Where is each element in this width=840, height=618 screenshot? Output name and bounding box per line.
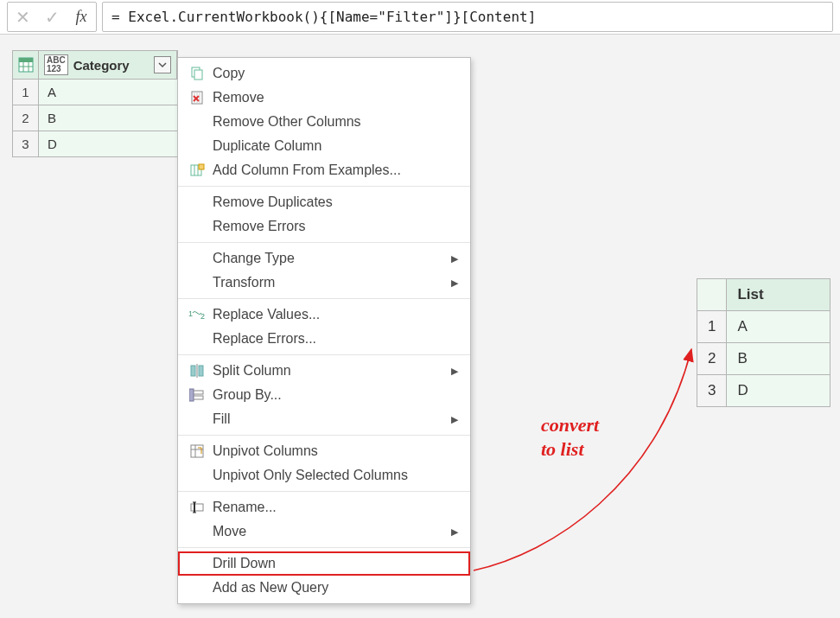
svg-rect-22 bbox=[189, 389, 194, 401]
menu-item-label: Add as New Query bbox=[209, 580, 461, 596]
table-row[interactable]: 2 B bbox=[697, 343, 830, 375]
svg-rect-14 bbox=[199, 164, 204, 169]
replace-icon: 12 bbox=[185, 309, 209, 321]
menu-item-label: Replace Errors... bbox=[209, 331, 461, 347]
list-corner bbox=[697, 279, 727, 311]
menu-item-transform[interactable]: Transform▶ bbox=[178, 271, 470, 295]
menu-item-add-as-new-query[interactable]: Add as New Query bbox=[178, 576, 470, 600]
table-row[interactable]: 1 A bbox=[13, 80, 178, 105]
svg-rect-6 bbox=[194, 70, 202, 80]
menu-separator bbox=[178, 186, 470, 187]
menu-separator bbox=[178, 435, 470, 436]
menu-item-label: Move bbox=[209, 524, 451, 539]
row-number: 3 bbox=[697, 375, 727, 407]
submenu-arrow-icon: ▶ bbox=[451, 366, 458, 377]
row-number: 2 bbox=[13, 105, 39, 131]
row-number: 1 bbox=[13, 80, 39, 105]
annotation-text: convert to list bbox=[541, 413, 599, 461]
menu-item-unpivot-columns[interactable]: Unpivot Columns bbox=[178, 439, 470, 463]
menu-item-move[interactable]: Move▶ bbox=[178, 519, 470, 544]
cell-value[interactable]: D bbox=[727, 375, 830, 407]
data-table: ABC 123 Category 1 A2 B3 D bbox=[12, 50, 178, 157]
menu-item-label: Remove Errors bbox=[209, 219, 461, 234]
cell-value[interactable]: D bbox=[39, 131, 178, 157]
formula-bar: ✕ ✓ fx = Excel.CurrentWorkbook(){[Name="… bbox=[0, 0, 840, 35]
formula-text: = Excel.CurrentWorkbook(){[Name="Filter"… bbox=[111, 9, 536, 25]
copy-icon bbox=[185, 66, 209, 81]
menu-item-label: Fill bbox=[209, 411, 451, 427]
svg-text:2: 2 bbox=[200, 312, 205, 321]
menu-item-drill-down[interactable]: Drill Down bbox=[178, 551, 470, 576]
menu-item-replace-values[interactable]: 12Replace Values... bbox=[178, 303, 470, 327]
annotation-line-1: convert bbox=[541, 413, 599, 437]
menu-separator bbox=[178, 242, 470, 243]
context-menu: CopyRemoveRemove Other ColumnsDuplicate … bbox=[177, 57, 471, 604]
formula-input[interactable]: = Excel.CurrentWorkbook(){[Name="Filter"… bbox=[102, 2, 833, 32]
confirm-formula-icon[interactable]: ✓ bbox=[42, 3, 61, 31]
menu-item-label: Unpivot Columns bbox=[209, 443, 461, 459]
menu-item-change-type[interactable]: Change Type▶ bbox=[178, 246, 470, 271]
menu-item-copy[interactable]: Copy bbox=[178, 61, 470, 86]
cancel-formula-icon[interactable]: ✕ bbox=[13, 3, 32, 31]
svg-rect-26 bbox=[191, 504, 203, 511]
split-icon bbox=[185, 363, 209, 379]
menu-item-label: Copy bbox=[209, 66, 461, 81]
submenu-arrow-icon: ▶ bbox=[451, 253, 458, 264]
menu-item-label: Change Type bbox=[209, 251, 451, 266]
annotation-line-2: to list bbox=[541, 437, 599, 462]
menu-separator bbox=[178, 298, 470, 299]
submenu-arrow-icon: ▶ bbox=[451, 277, 458, 289]
table-row[interactable]: 1 A bbox=[697, 311, 830, 343]
rename-icon bbox=[185, 500, 209, 515]
table-row[interactable]: 2 B bbox=[13, 105, 178, 131]
column-filter-button[interactable] bbox=[154, 56, 171, 73]
menu-separator bbox=[178, 354, 470, 355]
svg-rect-1 bbox=[19, 58, 33, 62]
row-number: 2 bbox=[697, 343, 727, 375]
menu-item-duplicate-column[interactable]: Duplicate Column bbox=[178, 134, 470, 158]
menu-item-split-column[interactable]: Split Column▶ bbox=[178, 359, 470, 383]
menu-item-unpivot-only-selected-columns[interactable]: Unpivot Only Selected Columns bbox=[178, 463, 470, 487]
menu-item-label: Transform bbox=[209, 275, 451, 290]
menu-item-add-column-from-examples[interactable]: Add Column From Examples... bbox=[178, 158, 470, 182]
submenu-arrow-icon: ▶ bbox=[451, 414, 458, 425]
svg-rect-17 bbox=[191, 366, 195, 376]
menu-item-group-by[interactable]: Group By... bbox=[178, 383, 470, 407]
menu-separator bbox=[178, 547, 470, 548]
column-header[interactable]: ABC 123 Category bbox=[39, 51, 178, 80]
list-header: List bbox=[727, 279, 830, 311]
column-header-label: Category bbox=[73, 58, 130, 73]
cell-value[interactable]: A bbox=[39, 80, 178, 105]
menu-item-remove[interactable]: Remove bbox=[178, 86, 470, 110]
menu-item-remove-duplicates[interactable]: Remove Duplicates bbox=[178, 190, 470, 214]
cell-value[interactable]: B bbox=[727, 343, 830, 375]
menu-item-label: Split Column bbox=[209, 363, 451, 379]
menu-item-replace-errors[interactable]: Replace Errors... bbox=[178, 327, 470, 351]
table-corner-icon[interactable] bbox=[13, 51, 39, 80]
group-icon bbox=[185, 387, 209, 403]
table-row[interactable]: 3 D bbox=[13, 131, 178, 157]
menu-item-remove-other-columns[interactable]: Remove Other Columns bbox=[178, 110, 470, 134]
menu-separator bbox=[178, 491, 470, 492]
menu-item-label: Duplicate Column bbox=[209, 138, 461, 154]
fx-icon[interactable]: fx bbox=[72, 3, 91, 31]
column-type-icon[interactable]: ABC 123 bbox=[44, 54, 68, 75]
cell-value[interactable]: B bbox=[39, 105, 178, 131]
row-number: 3 bbox=[13, 131, 39, 157]
menu-item-label: Remove Duplicates bbox=[209, 194, 461, 210]
menu-item-label: Unpivot Only Selected Columns bbox=[209, 468, 461, 483]
menu-item-label: Rename... bbox=[209, 500, 461, 515]
table-row[interactable]: 3 D bbox=[697, 375, 830, 407]
menu-item-rename[interactable]: Rename... bbox=[178, 495, 470, 519]
formula-controls: ✕ ✓ fx bbox=[7, 2, 97, 32]
menu-item-label: Group By... bbox=[209, 387, 461, 403]
menu-item-remove-errors[interactable]: Remove Errors bbox=[178, 214, 470, 239]
cell-value[interactable]: A bbox=[727, 311, 830, 343]
menu-item-label: Drill Down bbox=[209, 556, 461, 571]
add-column-icon bbox=[185, 162, 209, 178]
list-table: List 1 A2 B3 D bbox=[697, 278, 830, 407]
remove-icon bbox=[185, 90, 209, 105]
svg-rect-18 bbox=[199, 366, 203, 376]
row-number: 1 bbox=[697, 311, 727, 343]
menu-item-fill[interactable]: Fill▶ bbox=[178, 407, 470, 431]
